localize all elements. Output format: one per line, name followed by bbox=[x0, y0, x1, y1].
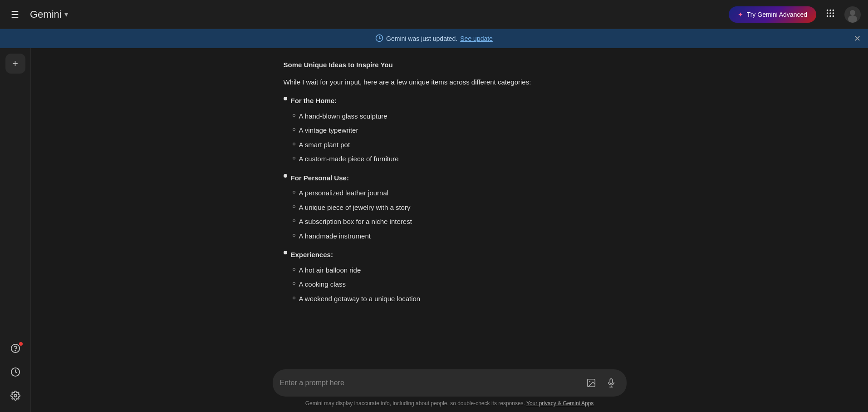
banner-close-button[interactable]: ✕ bbox=[854, 35, 861, 43]
sidebar-item-help[interactable] bbox=[5, 339, 25, 359]
svg-point-1 bbox=[829, 10, 831, 11]
settings-icon bbox=[10, 391, 20, 403]
outer-bullet-personal bbox=[284, 174, 287, 178]
try-advanced-button[interactable]: ✦ Try Gemini Advanced bbox=[729, 6, 816, 23]
header-left: ☰ Gemini ▾ bbox=[7, 5, 68, 24]
svg-point-0 bbox=[827, 10, 829, 11]
list-item: A smart plant pot bbox=[293, 139, 616, 151]
svg-point-3 bbox=[827, 12, 829, 14]
gemini-title[interactable]: Gemini ▾ bbox=[30, 9, 68, 20]
sub-bullet bbox=[293, 128, 295, 131]
sub-item-text: A subscription box for a niche interest bbox=[299, 216, 412, 228]
sub-item-text: A weekend getaway to a unique location bbox=[299, 293, 421, 305]
list-item: A cooking class bbox=[293, 278, 616, 290]
spark-icon: ✦ bbox=[738, 11, 743, 18]
category-list: For the Home: A hand-blown glass sculptu… bbox=[284, 95, 616, 304]
svg-rect-19 bbox=[610, 379, 613, 384]
gemini-label: Gemini bbox=[30, 9, 62, 20]
list-item: A subscription box for a niche interest bbox=[293, 216, 616, 228]
notification-badge bbox=[19, 342, 23, 346]
svg-point-6 bbox=[827, 15, 829, 17]
list-item: A hand-blown glass sculpture bbox=[293, 110, 616, 122]
sub-bullet bbox=[293, 114, 295, 117]
sub-list-home: A hand-blown glass sculpture A vintage t… bbox=[293, 110, 616, 165]
sub-item-text: A personalized leather journal bbox=[299, 187, 389, 199]
outer-bullet-experiences bbox=[284, 251, 287, 254]
svg-point-11 bbox=[848, 15, 857, 23]
category-bullet-home: For the Home: bbox=[284, 95, 616, 107]
outer-bullet-home bbox=[284, 97, 287, 100]
banner-content: Gemini was just updated. See update bbox=[375, 34, 493, 44]
response-title: Some Unique Ideas to Inspire You bbox=[284, 59, 616, 71]
apps-grid-icon[interactable] bbox=[822, 5, 839, 24]
svg-point-7 bbox=[829, 15, 831, 17]
sub-bullet bbox=[293, 282, 295, 285]
svg-point-4 bbox=[829, 12, 831, 14]
disclaimer-text: Gemini may display inaccurate info, incl… bbox=[305, 400, 525, 407]
list-item: A vintage typewriter bbox=[293, 124, 616, 136]
list-item: A unique piece of jewelry with a story bbox=[293, 202, 616, 213]
svg-point-10 bbox=[850, 10, 855, 15]
input-area: Gemini may display inaccurate info, incl… bbox=[31, 364, 868, 412]
svg-point-18 bbox=[589, 381, 590, 382]
new-chat-button[interactable]: + bbox=[5, 54, 25, 74]
sub-bullet bbox=[293, 268, 295, 271]
header-right: ✦ Try Gemini Advanced bbox=[729, 5, 861, 24]
sub-bullet bbox=[293, 157, 295, 159]
category-item-personal: For Personal Use: A personalized leather… bbox=[284, 172, 616, 242]
plus-icon: + bbox=[12, 58, 18, 69]
sidebar-item-settings[interactable] bbox=[5, 387, 25, 407]
privacy-link[interactable]: Your privacy & Gemini Apps bbox=[526, 400, 593, 407]
list-item: A personalized leather journal bbox=[293, 187, 616, 199]
main-layout: + bbox=[0, 48, 868, 412]
content-area: Some Unique Ideas to Inspire You While I… bbox=[31, 48, 868, 412]
list-item: A custom-made piece of furniture bbox=[293, 153, 616, 165]
hamburger-menu-icon[interactable]: ☰ bbox=[7, 5, 23, 24]
sidebar: + bbox=[0, 48, 31, 412]
update-banner: Gemini was just updated. See update ✕ bbox=[0, 29, 868, 48]
list-item: A hot air balloon ride bbox=[293, 264, 616, 276]
sub-list-personal: A personalized leather journal A unique … bbox=[293, 187, 616, 242]
sub-item-text: A hot air balloon ride bbox=[299, 264, 361, 276]
sub-list-experiences: A hot air balloon ride A cooking class A… bbox=[293, 264, 616, 305]
update-icon bbox=[375, 34, 383, 44]
svg-point-2 bbox=[833, 10, 834, 11]
sidebar-item-history[interactable] bbox=[5, 363, 25, 383]
header: ☰ Gemini ▾ ✦ Try Gemini Advanced bbox=[0, 0, 868, 29]
try-advanced-label: Try Gemini Advanced bbox=[747, 11, 807, 18]
see-update-link[interactable]: See update bbox=[460, 35, 493, 42]
input-wrapper bbox=[273, 369, 627, 397]
prompt-input[interactable] bbox=[280, 379, 579, 387]
sub-item-text: A handmade instrument bbox=[299, 230, 371, 242]
svg-point-14 bbox=[15, 350, 16, 351]
sub-bullet bbox=[293, 219, 295, 222]
category-item-home: For the Home: A hand-blown glass sculptu… bbox=[284, 95, 616, 165]
banner-message: Gemini was just updated. bbox=[386, 35, 457, 42]
svg-point-8 bbox=[833, 15, 834, 17]
category-bullet-experiences: Experiences: bbox=[284, 249, 616, 261]
sub-item-text: A hand-blown glass sculpture bbox=[299, 110, 387, 122]
category-bullet-personal: For Personal Use: bbox=[284, 172, 616, 184]
chat-content[interactable]: Some Unique Ideas to Inspire You While I… bbox=[31, 48, 868, 364]
sub-bullet bbox=[293, 205, 295, 208]
sub-item-text: A vintage typewriter bbox=[299, 124, 358, 136]
sub-bullet bbox=[293, 191, 295, 194]
category-name-home: For the Home: bbox=[291, 95, 337, 107]
sub-item-text: A unique piece of jewelry with a story bbox=[299, 202, 411, 213]
list-item: A handmade instrument bbox=[293, 230, 616, 242]
history-icon bbox=[10, 367, 20, 379]
image-upload-button[interactable] bbox=[583, 375, 599, 391]
help-icon bbox=[10, 343, 20, 356]
category-name-experiences: Experiences: bbox=[291, 249, 333, 261]
list-item: A weekend getaway to a unique location bbox=[293, 293, 616, 305]
avatar[interactable] bbox=[844, 6, 861, 23]
avatar-image bbox=[844, 6, 861, 23]
microphone-button[interactable] bbox=[603, 375, 619, 391]
response-intro: While I wait for your input, here are a … bbox=[284, 76, 616, 88]
sub-bullet bbox=[293, 234, 295, 237]
chevron-down-icon: ▾ bbox=[64, 10, 68, 19]
category-name-personal: For Personal Use: bbox=[291, 172, 349, 184]
sub-bullet bbox=[293, 143, 295, 145]
svg-point-5 bbox=[833, 12, 834, 14]
sub-item-text: A cooking class bbox=[299, 278, 346, 290]
